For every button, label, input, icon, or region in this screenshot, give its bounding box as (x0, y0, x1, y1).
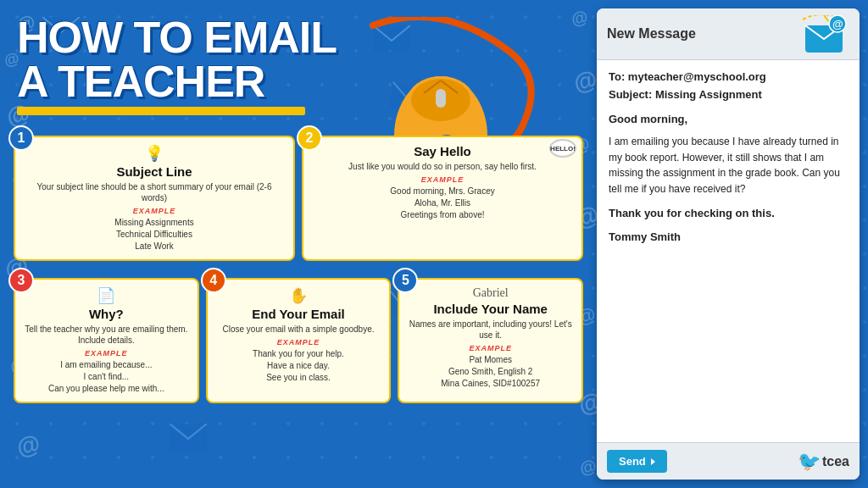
card-3-title: Why? (24, 307, 189, 321)
card-say-hello: 2 HELLO! Say Hello Just like you would d… (302, 136, 583, 261)
card-3-desc: Tell the teacher why you are emailing th… (24, 324, 189, 346)
card-end-email: 4 ✋ End Your Email Close your email with… (206, 278, 392, 403)
card-5-desc: Names are important, including yours! Le… (408, 319, 573, 341)
email-subject: Subject: Missing Assignment (609, 86, 848, 104)
card-2-desc: Just like you would do so in person, say… (312, 161, 573, 172)
email-envelope-icon: @ (798, 15, 849, 53)
card-5-title: Include Your Name (408, 302, 573, 316)
card-number-1: 1 (8, 125, 34, 151)
card-include-name: 5 Gabriel Include Your Name Names are im… (398, 278, 583, 403)
card-1-title: Subject Line (24, 164, 285, 179)
hello-bubble: HELLO! (549, 139, 576, 158)
card-3-example: I am emailing because...I can't find...C… (24, 359, 189, 395)
title-area: HOW TO EMAIL A TEACHER (8, 8, 588, 119)
left-side: HOW TO EMAIL A TEACHER 1 💡 Subject Line … (8, 8, 588, 480)
email-paragraph: I am emailing you because I have already… (609, 134, 848, 197)
cards-row1: 1 💡 Subject Line Your subject line shoul… (8, 124, 588, 261)
email-panel: New Message @ To: myteacher@myschool. (597, 8, 860, 480)
card-1-example: Missing AssignmentsTechnical Difficultie… (24, 217, 285, 252)
cards-row2: 3 📄 Why? Tell the teacher why you are em… (8, 266, 588, 408)
email-greeting: Good morning, (609, 111, 848, 128)
tcea-bird-icon: 🐦 (798, 451, 821, 473)
card-4-desc: Close your email with a simple goodbye. (216, 324, 381, 335)
card-4-title: End Your Email (216, 307, 381, 321)
signature-icon: Gabriel (408, 286, 573, 300)
send-arrow-icon (651, 458, 655, 465)
page-title-line2: A TEACHER (17, 59, 580, 103)
card-1-example-label: EXAMPLE (24, 207, 285, 215)
card-5-example-label: EXAMPLE (408, 344, 573, 352)
card-number-4: 4 (201, 268, 226, 293)
card-2-example: Good morning, Mrs. GraceyAloha, Mr. Elli… (312, 186, 573, 221)
email-body: To: myteacher@myschool.org Subject: Miss… (597, 60, 860, 442)
svg-text:@: @ (832, 18, 843, 30)
email-to: To: myteacher@myschool.org (609, 69, 848, 86)
card-1-desc: Your subject line should be a short summ… (24, 181, 285, 203)
card-3-example-label: EXAMPLE (24, 349, 189, 358)
tcea-logo: 🐦 tcea (798, 451, 849, 473)
card-number-3: 3 (8, 268, 34, 293)
card-4-example: Thank you for your help.Have a nice day.… (216, 348, 381, 384)
card-subject-line: 1 💡 Subject Line Your subject line shoul… (14, 136, 295, 261)
new-message-title: New Message (607, 26, 696, 42)
page-title: HOW TO EMAIL (17, 15, 580, 59)
card-2-example-label: EXAMPLE (312, 175, 573, 184)
card-4-example-label: EXAMPLE (216, 338, 381, 347)
main-container: HOW TO EMAIL A TEACHER 1 💡 Subject Line … (8, 8, 860, 480)
document-icon: 📄 (24, 286, 189, 305)
title-underline (17, 107, 305, 115)
wave-icon: ✋ (216, 286, 381, 305)
email-footer: Send 🐦 tcea (597, 442, 860, 480)
card-2-title: Say Hello (312, 144, 573, 158)
email-header: New Message @ (597, 8, 860, 60)
send-label: Send (619, 455, 646, 468)
lightbulb-icon: 💡 (24, 144, 285, 163)
card-number-2: 2 (297, 125, 322, 151)
card-why: 3 📄 Why? Tell the teacher why you are em… (14, 278, 199, 403)
email-thanks: Thank you for checking on this. (609, 205, 848, 222)
tcea-text: tcea (822, 454, 849, 469)
send-button[interactable]: Send (607, 450, 667, 473)
email-sender-name: Tommy Smith (609, 229, 848, 246)
email-to-subject: To: myteacher@myschool.org Subject: Miss… (609, 69, 848, 104)
card-5-example: Pat MomesGeno Smith, English 2Mina Caine… (408, 354, 573, 390)
